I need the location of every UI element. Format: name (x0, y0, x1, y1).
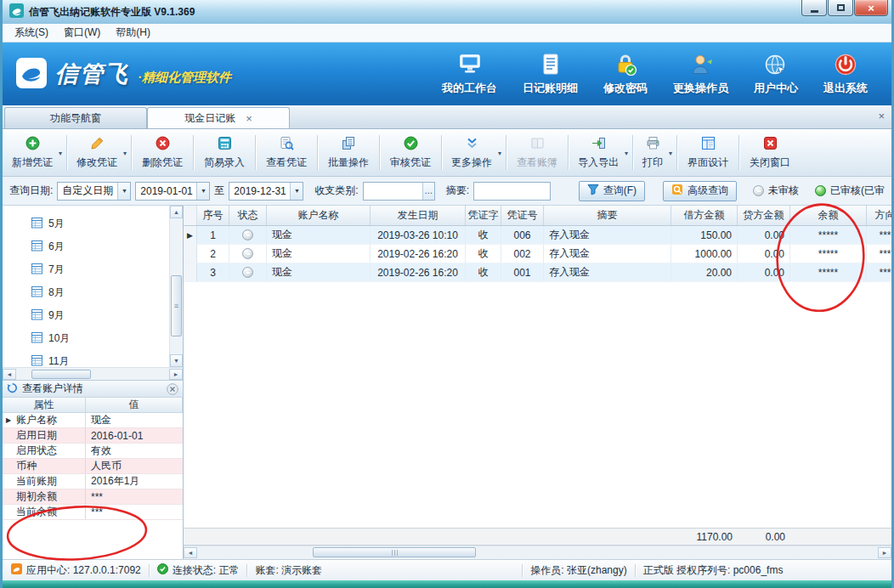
detail-row-current-period[interactable]: 当前账期 2016年1月 (3, 474, 183, 489)
toolbar-button-modify-voucher[interactable]: 修改凭证 ▾ (69, 131, 129, 174)
sheet-icon (31, 263, 42, 277)
detail-row-current-balance[interactable]: 当前余额 *** (3, 505, 183, 520)
dropdown-arrow-icon[interactable]: ▾ (669, 149, 672, 156)
col-direction[interactable]: 方向 (867, 206, 891, 225)
legend-unaudited: 未审核 (753, 184, 799, 198)
col-voucher-word[interactable]: 凭证字 (466, 206, 501, 225)
tab-function-nav[interactable]: 功能导航窗 (4, 107, 147, 128)
date-to-select[interactable]: 2019-12-31 ▼ (229, 182, 303, 201)
grid-row[interactable]: ▶ 1 现金 2019-03-26 10:10 收 006 存入现金 150.0… (184, 226, 891, 245)
toolbar-button-import-export[interactable]: 导入导出 ▾ (570, 131, 631, 174)
toolbar-button-more-operations[interactable]: 更多操作 ▾ (444, 131, 504, 174)
banner-action-switch-operator[interactable]: 更换操作员 (673, 53, 728, 96)
toolbar-button-ui-design[interactable]: 界面设计 (679, 131, 737, 174)
toolbar-button-close-window[interactable]: 关闭窗口 (741, 131, 799, 174)
grid-row[interactable]: 2 现金 2019-02-26 16:20 收 002 存入现金 1000.00… (184, 245, 891, 263)
category-input[interactable] (364, 183, 422, 200)
cell-credit: 0.00 (738, 263, 790, 281)
toolbar-button-new-voucher[interactable]: 新增凭证 ▾ (4, 131, 65, 174)
banner-action-change-password[interactable]: 修改密码 (603, 53, 648, 96)
banner-action-journal-detail[interactable]: 日记账明细 (523, 53, 578, 96)
col-voucher-no[interactable]: 凭证号 (501, 206, 544, 225)
banner-action-user-center[interactable]: 用户中心 (754, 53, 798, 96)
col-seq[interactable]: 序号 (197, 206, 229, 225)
col-credit[interactable]: 贷方金额 (738, 206, 790, 225)
scrollbar-thumb[interactable] (31, 370, 91, 379)
scrollbar-track: ≡ (170, 218, 183, 354)
toolbar-button-batch-operations[interactable]: 批量操作 (320, 131, 377, 174)
menu-window[interactable]: 窗口(W) (57, 24, 107, 42)
toolbar-separator (676, 135, 677, 170)
toolbar-separator (568, 135, 569, 170)
minimize-button[interactable] (801, 0, 827, 16)
dropdown-arrow-icon[interactable]: ▾ (123, 149, 127, 156)
advanced-search-icon (671, 184, 683, 198)
minimize-icon (811, 10, 818, 13)
maximize-button[interactable] (828, 0, 853, 16)
advanced-query-button[interactable]: 高级查询 (663, 181, 737, 201)
scroll-left-arrow[interactable]: ◄ (184, 547, 197, 558)
col-account[interactable]: 账户名称 (267, 206, 371, 225)
scroll-right-arrow[interactable]: ► (169, 369, 183, 380)
date-from-select[interactable]: 2019-01-01 ▼ (135, 182, 210, 201)
refresh-icon[interactable] (7, 382, 18, 396)
scrollbar-thumb[interactable]: ≡ (171, 275, 182, 336)
tab-close-icon[interactable]: × (246, 113, 252, 124)
summary-input[interactable] (474, 183, 550, 200)
close-button[interactable]: × (854, 0, 888, 16)
toolbar-button-print[interactable]: 打印 ▾ (635, 131, 675, 174)
brand: 信管飞 ·精细化管理软件 (16, 58, 231, 91)
detail-close-icon[interactable] (167, 383, 178, 395)
menu-help[interactable]: 帮助(H) (109, 24, 157, 42)
cell-date: 2019-03-26 10:10 (371, 226, 466, 244)
col-date[interactable]: 发生日期 (371, 206, 466, 225)
dropdown-arrow-icon[interactable]: ▾ (59, 149, 62, 156)
query-button[interactable]: 查询(F) (579, 181, 645, 201)
toolbar-button-quick-entry[interactable]: 简易录入 (195, 131, 253, 174)
detail-row-currency[interactable]: 币种 人民币 (3, 459, 183, 474)
tree-item-month[interactable]: 11月 (31, 350, 169, 367)
banner-action-workspace[interactable]: 我的工作台 (442, 53, 497, 96)
detail-row-start-date[interactable]: 启用日期 2016-01-01 (3, 428, 183, 444)
toolbar-button-view-voucher[interactable]: 查看凭证 (257, 131, 315, 174)
design-icon (701, 136, 716, 153)
tree-item-month[interactable]: 5月 (31, 212, 169, 235)
summary-credit-total: 0.00 (738, 531, 790, 543)
tree-item-month[interactable]: 8月 (31, 281, 169, 304)
banner-action-exit[interactable]: 退出系统 (823, 53, 868, 96)
cell-date: 2019-02-26 16:20 (371, 263, 466, 281)
tabstrip-close-icon[interactable]: × (878, 110, 885, 122)
toolbar-button-view-ledger[interactable]: 查看账簿 (508, 131, 566, 174)
detail-row-account-name[interactable]: ▶ 账户名称 现金 (3, 413, 183, 428)
scroll-up-arrow[interactable]: ▲ (170, 206, 183, 218)
scroll-left-arrow[interactable]: ◄ (3, 369, 16, 380)
category-ellipsis-button[interactable]: … (422, 183, 434, 200)
date-mode-select[interactable]: 自定义日期 ▼ (57, 182, 131, 201)
tab-cash-journal[interactable]: 现金日记账 × (147, 107, 290, 128)
detail-row-opening-balance[interactable]: 期初余额 *** (3, 489, 183, 505)
toolbar-button-delete-voucher[interactable]: 删除凭证 (133, 131, 191, 174)
tree-item-month[interactable]: 9月 (31, 304, 169, 327)
sphere-gray-icon (242, 267, 253, 278)
menu-system[interactable]: 系统(S) (8, 24, 55, 42)
scroll-down-arrow[interactable]: ▼ (170, 354, 183, 367)
col-summary[interactable]: 摘要 (544, 206, 671, 225)
grid-row[interactable]: 3 现金 2019-02-26 16:20 收 001 存入现金 20.00 0… (184, 263, 891, 282)
cell-status (229, 226, 267, 244)
col-status[interactable]: 状态 (229, 206, 267, 225)
toolbar-button-audit-voucher[interactable]: 审核凭证 (382, 131, 439, 174)
banner: 信管飞 ·精细化管理软件 我的工作台 日记账明细 修改密码 更换操作员 (3, 42, 891, 105)
tree-item-month[interactable]: 7月 (31, 258, 169, 281)
summary-label: 摘要: (446, 184, 469, 198)
scroll-right-arrow[interactable]: ► (878, 547, 891, 558)
dropdown-arrow-icon[interactable]: ▾ (625, 149, 628, 156)
toolbar: 新增凭证 ▾ 修改凭证 ▾ 删除凭证 简易录入 查看凭证 批量操作 (3, 129, 891, 177)
dropdown-arrow-icon[interactable]: ▾ (498, 149, 501, 156)
scrollbar-thumb[interactable] (313, 547, 476, 557)
col-debit[interactable]: 借方金额 (671, 206, 738, 225)
more-icon (465, 136, 479, 153)
detail-row-status[interactable]: 启用状态 有效 (3, 444, 183, 459)
tree-item-month[interactable]: 6月 (31, 235, 169, 258)
col-balance[interactable]: 余额 (790, 206, 867, 225)
tree-item-month[interactable]: 10月 (31, 327, 169, 350)
